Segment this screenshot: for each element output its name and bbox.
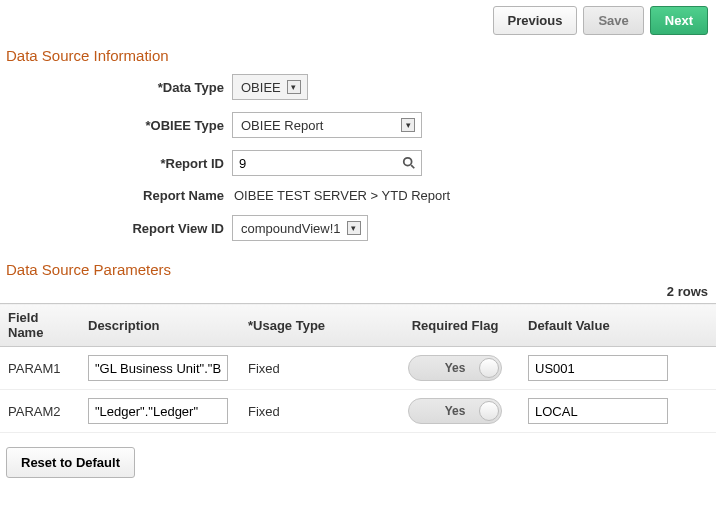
obiee-type-value: OBIEE Report bbox=[241, 118, 395, 133]
next-button[interactable]: Next bbox=[650, 6, 708, 35]
description-input[interactable] bbox=[88, 398, 228, 424]
chevron-down-icon: ▾ bbox=[287, 80, 301, 94]
required-flag-toggle[interactable]: Yes bbox=[408, 355, 502, 381]
report-id-input[interactable] bbox=[232, 150, 422, 176]
data-source-information-form: *Data Type OBIEE ▾ *OBIEE Type OBIEE Rep… bbox=[0, 66, 716, 257]
row-count: 2 rows bbox=[0, 280, 716, 303]
toggle-knob bbox=[479, 358, 499, 378]
report-name-value: OIBEE TEST SERVER > YTD Report bbox=[232, 188, 450, 203]
description-input[interactable] bbox=[88, 355, 228, 381]
save-button[interactable]: Save bbox=[583, 6, 643, 35]
table-row: PARAM1 Fixed Yes bbox=[0, 347, 716, 390]
col-default-value: Default Value bbox=[520, 304, 716, 347]
field-name-cell: PARAM1 bbox=[0, 347, 80, 390]
chevron-down-icon: ▾ bbox=[401, 118, 415, 132]
table-row: PARAM2 Fixed Yes bbox=[0, 390, 716, 433]
table-header-row: Field Name Description *Usage Type Requi… bbox=[0, 304, 716, 347]
toggle-label: Yes bbox=[445, 361, 466, 375]
top-button-bar: Previous Save Next bbox=[0, 0, 716, 43]
data-source-parameters-title: Data Source Parameters bbox=[0, 257, 716, 280]
toggle-knob bbox=[479, 401, 499, 421]
report-view-id-select[interactable]: compoundView!1 ▾ bbox=[232, 215, 368, 241]
default-value-input[interactable] bbox=[528, 398, 668, 424]
report-id-label: *Report ID bbox=[6, 156, 232, 171]
data-type-select[interactable]: OBIEE ▾ bbox=[232, 74, 308, 100]
obiee-type-label: *OBIEE Type bbox=[6, 118, 232, 133]
data-type-label: *Data Type bbox=[6, 80, 232, 95]
default-value-input[interactable] bbox=[528, 355, 668, 381]
chevron-down-icon: ▾ bbox=[347, 221, 361, 235]
obiee-type-select[interactable]: OBIEE Report ▾ bbox=[232, 112, 422, 138]
col-description: Description bbox=[80, 304, 240, 347]
report-view-id-value: compoundView!1 bbox=[241, 221, 341, 236]
usage-type-cell: Fixed bbox=[240, 390, 390, 433]
previous-button[interactable]: Previous bbox=[493, 6, 578, 35]
data-type-value: OBIEE bbox=[241, 80, 281, 95]
parameters-table: Field Name Description *Usage Type Requi… bbox=[0, 303, 716, 433]
data-source-information-title: Data Source Information bbox=[0, 43, 716, 66]
field-name-cell: PARAM2 bbox=[0, 390, 80, 433]
col-required-flag: Required Flag bbox=[390, 304, 520, 347]
report-name-label: Report Name bbox=[6, 188, 232, 203]
col-field-name: Field Name bbox=[0, 304, 80, 347]
required-flag-toggle[interactable]: Yes bbox=[408, 398, 502, 424]
usage-type-cell: Fixed bbox=[240, 347, 390, 390]
toggle-label: Yes bbox=[445, 404, 466, 418]
report-view-id-label: Report View ID bbox=[6, 221, 232, 236]
col-usage-type: *Usage Type bbox=[240, 304, 390, 347]
reset-to-default-button[interactable]: Reset to Default bbox=[6, 447, 135, 478]
